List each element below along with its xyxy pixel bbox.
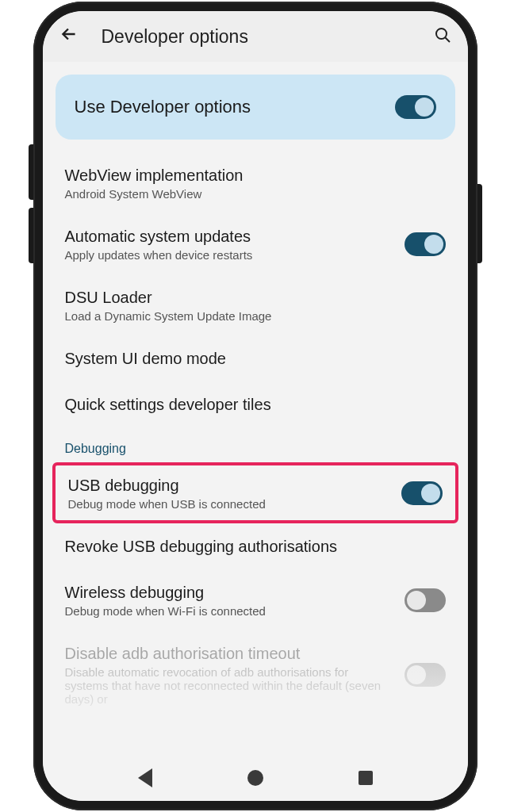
setting-wireless-debugging[interactable]: Wireless debugging Debug mode when Wi-Fi… (56, 569, 455, 630)
setting-title: Automatic system updates (65, 226, 392, 247)
svg-point-0 (436, 29, 447, 39)
setting-automatic-system-updates[interactable]: Automatic system updates Apply updates w… (56, 213, 455, 274)
nav-home-icon[interactable] (247, 770, 263, 786)
setting-title: Wireless debugging (65, 582, 392, 603)
app-bar: Developer options (43, 11, 468, 62)
automatic-updates-toggle[interactable] (405, 232, 446, 256)
usb-debugging-toggle[interactable] (401, 481, 443, 505)
wireless-debugging-toggle[interactable] (405, 588, 446, 612)
setting-subtitle: Debug mode when Wi-Fi is connected (65, 604, 392, 618)
setting-subtitle: Debug mode when USB is connected (68, 497, 389, 511)
page-title: Developer options (102, 26, 411, 48)
developer-options-toggle[interactable] (395, 95, 436, 119)
setting-usb-debugging[interactable]: USB debugging Debug mode when USB is con… (52, 462, 458, 523)
phone-volume-down (29, 208, 33, 263)
setting-title: WebView implementation (65, 165, 446, 186)
system-nav-bar (43, 755, 468, 801)
phone-power-button (477, 184, 482, 263)
setting-system-ui-demo-mode[interactable]: System UI demo mode (56, 335, 455, 381)
disable-adb-timeout-toggle[interactable] (405, 663, 446, 687)
section-header-debugging: Debugging (56, 427, 455, 462)
search-icon[interactable] (433, 25, 452, 48)
back-arrow-icon[interactable] (59, 24, 79, 50)
setting-subtitle: Load a Dynamic System Update Image (65, 309, 446, 323)
developer-options-banner[interactable]: Use Developer options (56, 75, 455, 140)
phone-volume-up (29, 144, 33, 200)
screen: Developer options Use Developer options … (43, 11, 468, 801)
setting-disable-adb-timeout[interactable]: Disable adb authorisation timeout Disabl… (56, 630, 455, 718)
setting-subtitle: Disable automatic revocation of adb auth… (65, 665, 392, 706)
setting-title: DSU Loader (65, 287, 446, 308)
setting-title: System UI demo mode (65, 348, 446, 369)
setting-subtitle: Apply updates when device restarts (65, 248, 392, 262)
content-area: Use Developer options WebView implementa… (43, 62, 468, 755)
setting-title: Disable adb authorisation timeout (65, 643, 392, 664)
nav-recent-icon[interactable] (359, 771, 373, 785)
setting-title: USB debugging (68, 475, 389, 496)
nav-back-icon[interactable] (138, 768, 152, 787)
banner-title: Use Developer options (75, 97, 251, 117)
setting-revoke-usb-auth[interactable]: Revoke USB debugging authorisations (56, 523, 455, 569)
setting-title: Quick settings developer tiles (65, 394, 446, 415)
setting-title: Revoke USB debugging authorisations (65, 536, 446, 557)
svg-line-1 (445, 38, 450, 43)
setting-quick-settings-tiles[interactable]: Quick settings developer tiles (56, 381, 455, 427)
phone-frame: Developer options Use Developer options … (33, 2, 477, 810)
setting-dsu-loader[interactable]: DSU Loader Load a Dynamic System Update … (56, 274, 455, 335)
setting-subtitle: Android System WebView (65, 187, 446, 201)
setting-webview-implementation[interactable]: WebView implementation Android System We… (56, 152, 455, 213)
